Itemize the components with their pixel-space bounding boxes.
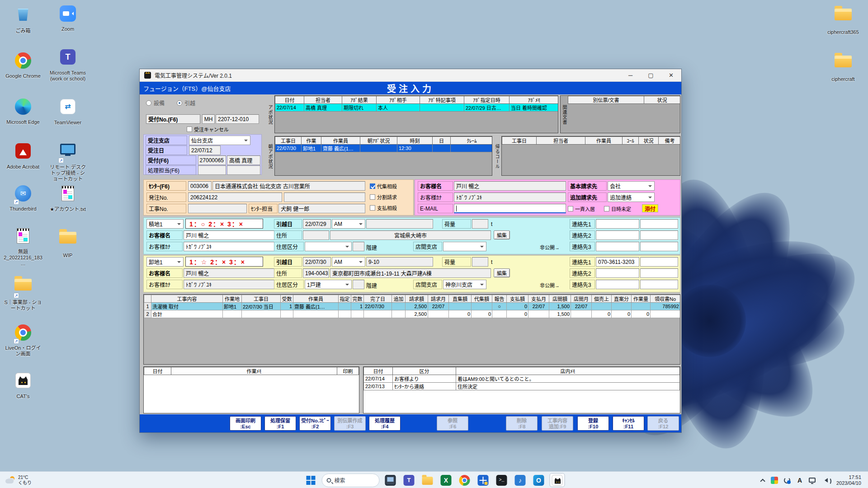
pickup-floors-field[interactable]: [353, 242, 364, 251]
pickup-date-field[interactable]: 22/07/29: [303, 219, 331, 229]
return-call-table[interactable]: 工事日担当者作業員ｺｰﾙ状況備考: [501, 136, 680, 176]
pickup-contact2b-field[interactable]: [640, 230, 678, 240]
dropoff-name-field[interactable]: 戸川 暢之: [184, 268, 282, 278]
attachment-badge[interactable]: 添付: [642, 204, 658, 212]
table-row[interactable]: 22/07/13ｾﾝﾀｰから連絡住所決定: [364, 383, 680, 390]
taskbar-icon-terminal[interactable]: >_: [494, 473, 509, 487]
center-name-field[interactable]: 日本通運株式会社 仙北支店 古川営業所: [212, 181, 365, 191]
reception-prefix-field[interactable]: MH: [202, 114, 215, 124]
related-docs-panel[interactable]: 関連文書 別伝票/文書状況: [560, 95, 680, 133]
dropoff-floors-field[interactable]: [353, 280, 364, 289]
desktop-icon-wip-folder[interactable]: WIP: [48, 227, 87, 258]
apo-table[interactable]: 日付担当者ｱﾎﾟ結果ｱﾎﾟ相手ｱﾎﾟ特記事項ｱﾎﾟ指定日時ｱﾎﾟﾒﾓ 22/07…: [274, 95, 558, 133]
taskbar-icon-outlook[interactable]: O: [531, 473, 547, 487]
desktop-icon-teamviewer[interactable]: ⇄ TeamViewer: [48, 97, 87, 126]
dropoff-contact2b-field[interactable]: [640, 268, 678, 278]
desktop-icon-thunderbird[interactable]: ✉ ↗ Thunderbird: [4, 183, 42, 212]
dropoff-site-select[interactable]: 卸地1: [146, 257, 184, 267]
desktop-icon-cats[interactable]: CAT's: [4, 371, 42, 399]
taskbar-icon-chrome[interactable]: [457, 473, 472, 487]
order-cancel-checkbox[interactable]: 受注キャンセル: [187, 126, 229, 133]
reception-no-field[interactable]: 2207-12-010: [216, 114, 259, 124]
mode-radio-equipment[interactable]: 設備: [146, 99, 165, 107]
taskbar-icon-remote-app[interactable]: [383, 473, 398, 487]
dropoff-address-edit-button[interactable]: 編集: [494, 268, 510, 277]
koji-no-field[interactable]: [188, 204, 247, 213]
desktop-icon-ciphercraft365[interactable]: ciphercraft365: [824, 4, 863, 35]
pickup-tenkan-select[interactable]: [443, 242, 486, 251]
desktop-icon-s-jigyobu-folder[interactable]: ↗ S｜事業部 - ショートカット: [4, 274, 42, 311]
dropoff-contact3-field[interactable]: [596, 280, 639, 289]
asa-apo-table[interactable]: 工事日作業作業員朝ｱﾎﾟ状況時刻日ｸﾚｰﾑ 22/07/30卸地1齋藤 義広(1…: [274, 136, 492, 176]
order-branch-select[interactable]: 仙台支店: [189, 136, 250, 145]
print-screen-button[interactable]: 画面印刷 :Esc: [230, 416, 261, 431]
window-title-bar[interactable]: 電気工事管理システム/Ver 2.0.1 ─ ▢ ✕: [140, 69, 681, 82]
pickup-load-field[interactable]: [472, 219, 488, 229]
uketsuke-name-field[interactable]: 髙橋 真理: [227, 155, 260, 165]
maximize-button[interactable]: ▢: [641, 69, 661, 81]
desktop-icon-remote-desktop[interactable]: ↗ リモート デスクトップ接続 - ショートカット: [48, 140, 87, 182]
pickup-contact2-field[interactable]: [596, 230, 639, 240]
dropoff-house-select[interactable]: 1戸建: [305, 280, 352, 289]
taskbar-icon-blue-app[interactable]: [476, 473, 491, 487]
customer-name-field[interactable]: 戸川 暢之: [454, 181, 566, 191]
dropoff-contact2-field[interactable]: [596, 268, 639, 278]
pickup-contact3-field[interactable]: [596, 242, 639, 251]
pickup-address-field[interactable]: 宮城県大崎市: [330, 230, 491, 240]
cancel-button[interactable]: ｷｬﾝｾﾙ :F11: [613, 416, 644, 431]
handler-name-field[interactable]: [227, 165, 260, 175]
tray-volume[interactable]: [820, 474, 830, 487]
copy-reception-no-button[interactable]: 受付No.ｺﾋﾟｰ :F2: [299, 416, 331, 431]
dropoff-contact3b-field[interactable]: [640, 280, 678, 289]
dropoff-contact1b-field[interactable]: [640, 257, 678, 267]
dropoff-date-field[interactable]: 22/07/30: [303, 257, 331, 267]
tray-network[interactable]: [807, 474, 818, 487]
shiharai-sousai-checkbox[interactable]: 支払相殺: [370, 204, 397, 211]
pickup-kana-field[interactable]: ﾄｶﾞﾜ ﾉﾌﾞﾕｷ: [184, 242, 282, 251]
taskbar-icon-explorer[interactable]: [420, 473, 435, 487]
table-row[interactable]: 22/07/30卸地1齋藤 義広(1…12:30: [275, 145, 493, 152]
daishu-sousai-checkbox[interactable]: 代集相殺: [370, 183, 397, 190]
table-row[interactable]: 22/07/14髙橋 真理期限切れ本人22/07/29 日古…当日 着時間確認: [275, 104, 559, 112]
process-history-button[interactable]: 処理履歴 :F4: [369, 416, 401, 431]
dropoff-tenkan-select[interactable]: 神奈川支店: [443, 280, 486, 289]
taskbar-icon-cats-active[interactable]: [550, 473, 565, 487]
desktop-icon-edge[interactable]: Microsoft Edge: [4, 97, 42, 125]
tray-clock[interactable]: 17:51 2023/04/10: [832, 474, 865, 487]
table-row[interactable]: 2合計2,5000001,500000: [144, 310, 680, 318]
desktop-icon-account-txt[interactable]: ★アカウント.txt: [48, 183, 87, 212]
table-row[interactable]: 1洗濯機 取付卸地122/07/30 当日1齋藤 義広(1…122/07/302…: [144, 303, 680, 310]
pickup-ampm-select[interactable]: AM: [332, 219, 365, 229]
hold-process-button[interactable]: 処理保留 :F1: [264, 416, 296, 431]
basic-billing-select[interactable]: 会社: [608, 181, 655, 191]
order-no2-field[interactable]: [284, 192, 365, 202]
pickup-time-field[interactable]: [366, 219, 433, 229]
issei-nyukyo-checkbox[interactable]: 一斉入居: [568, 205, 595, 212]
mode-radio-moving[interactable]: 引越: [177, 99, 195, 107]
email-field[interactable]: [454, 204, 566, 213]
pickup-house-select[interactable]: [305, 242, 352, 251]
dropoff-contact1-field[interactable]: 070-3611-3203: [596, 257, 639, 267]
dropoff-time-field[interactable]: 9-10: [366, 257, 433, 267]
register-button[interactable]: 登録 :F10: [577, 416, 609, 431]
pickup-address-edit-button[interactable]: 編集: [494, 230, 510, 239]
bunkatsu-seikyu-checkbox[interactable]: 分割請求: [370, 193, 397, 201]
table-row[interactable]: 22/07/14お客様より着はAM9:00と聞いてるとのこと。: [364, 375, 680, 383]
pickup-contact1b-field[interactable]: [640, 219, 678, 229]
dropoff-load-field[interactable]: [472, 257, 488, 267]
center-code-field[interactable]: 003006: [188, 181, 212, 191]
tray-ime[interactable]: A: [794, 474, 805, 487]
center-tanto-field[interactable]: 犬飼 健一郎: [278, 204, 365, 213]
desktop-icon-chrome[interactable]: Google Chrome: [4, 51, 42, 79]
dropoff-postal-field[interactable]: 194-0043: [303, 268, 329, 278]
order-date-field[interactable]: 22/07/12: [189, 145, 221, 155]
taskbar-icon-media[interactable]: ♪: [513, 473, 528, 487]
tray-color-app[interactable]: [769, 474, 780, 487]
tray-sync[interactable]: [782, 474, 793, 487]
desktop-icon-untitled-note[interactable]: 無題 2_20221216_183…: [4, 226, 42, 267]
taskbar-search[interactable]: 検索: [322, 474, 380, 487]
pickup-contact3b-field[interactable]: [640, 242, 678, 251]
pickup-name-field[interactable]: 戸川 暢之: [184, 230, 282, 240]
pickup-site-select[interactable]: 積地1: [146, 219, 184, 229]
tray-chevron-up[interactable]: [756, 474, 767, 487]
